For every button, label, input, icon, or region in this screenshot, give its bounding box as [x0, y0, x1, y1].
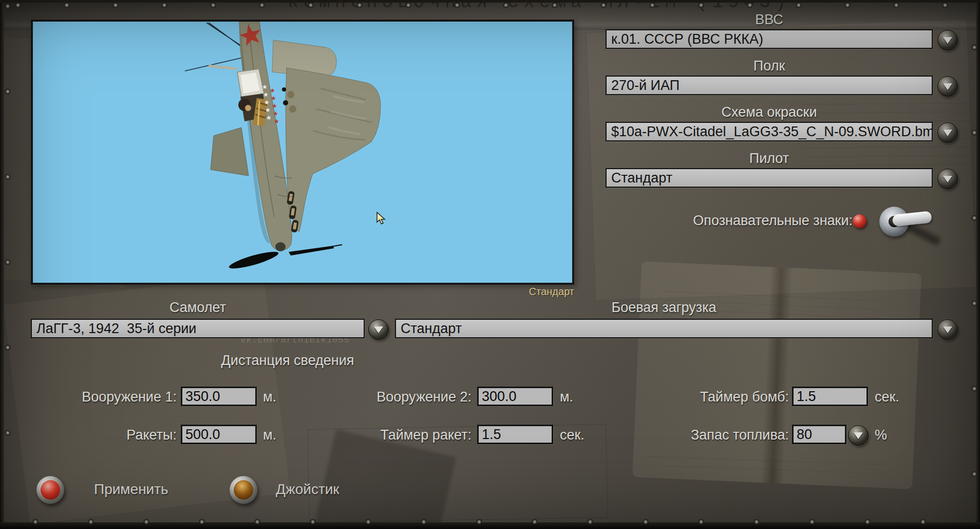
rockets-label: Ракеты:: [31, 425, 177, 445]
fuselage-fitting: [289, 105, 296, 113]
loadout-dropdown-button[interactable]: [937, 319, 958, 340]
aircraft-dropdown-button[interactable]: [368, 319, 389, 340]
rivet-row-bottom: [31, 517, 967, 526]
joystick-button-label: Джойстик: [276, 481, 340, 498]
aircraft-preview-viewport[interactable]: ★★ ★★ ★ ★★ ★★ ★: [31, 20, 574, 285]
rockets-unit: м.: [263, 425, 276, 445]
chevron-down-icon: [943, 37, 952, 44]
aircraft-dropdown[interactable]: ЛаГГ-3, 1942 35-й серии: [31, 319, 365, 338]
fuel-label: Запас топлива:: [643, 425, 789, 445]
svg-text:★: ★: [272, 102, 277, 110]
svg-text:★: ★: [263, 91, 269, 98]
bomb-timer-label: Таймер бомб:: [643, 387, 789, 407]
background-typed-text: [644, 448, 886, 480]
svg-text:★: ★: [274, 118, 279, 125]
joystick-button[interactable]: [230, 476, 257, 504]
svg-text:★: ★: [265, 106, 271, 114]
loadout-dropdown[interactable]: Стандарт: [395, 319, 933, 338]
background-open-book: [632, 261, 921, 489]
aircraft-preview-render: ★★ ★★ ★ ★★ ★★ ★: [33, 22, 572, 283]
svg-text:★: ★: [264, 99, 270, 106]
svg-text:★: ★: [270, 87, 275, 94]
pilot-dropdown-button[interactable]: [937, 169, 958, 189]
weapon1-unit: м.: [263, 387, 276, 407]
chevron-down-icon: [943, 130, 952, 136]
svg-text:★: ★: [262, 83, 268, 90]
chevron-down-icon: [854, 432, 863, 439]
svg-text:★: ★: [273, 110, 278, 117]
fuel-dropdown-button[interactable]: [848, 425, 869, 446]
rocket-timer-label: Таймер ракет:: [326, 425, 472, 445]
pilot-dropdown[interactable]: Стандарт: [606, 168, 933, 188]
airforce-label: ВВС: [606, 11, 933, 28]
preview-skin-caption: Стандарт: [442, 286, 574, 298]
paint-scheme-dropdown-button[interactable]: [937, 122, 958, 143]
exhaust-port: [282, 87, 286, 92]
apply-button-label: Применить: [94, 481, 168, 498]
rocket-timer-unit: сек.: [560, 425, 585, 445]
apply-button[interactable]: [36, 476, 64, 504]
bomb-timer-input[interactable]: [792, 387, 868, 406]
arming-screen: компоновочная схема Ил-2М (1943) vk.com/…: [0, 0, 980, 529]
paint-scheme-label: Схема окраски: [606, 104, 933, 120]
exhaust-port: [283, 100, 288, 105]
weapon2-input[interactable]: [477, 387, 553, 406]
svg-text:★: ★: [266, 114, 272, 121]
airforce-dropdown-button[interactable]: [937, 30, 958, 50]
rivet-row-top: [13, 1, 967, 10]
weapon1-input[interactable]: [181, 387, 257, 406]
regiment-label: Полк: [606, 58, 933, 74]
svg-text:★: ★: [271, 95, 276, 102]
regiment-dropdown[interactable]: 270-й ИАП: [606, 76, 933, 95]
chevron-down-icon: [943, 83, 952, 90]
fuselage-fitting: [287, 91, 294, 98]
chevron-down-icon: [374, 326, 383, 333]
regiment-dropdown-button[interactable]: [937, 76, 958, 97]
chevron-down-icon: [943, 176, 952, 183]
joystick-button-cap: [234, 480, 253, 500]
apply-button-cap: [41, 480, 60, 500]
fuel-unit: %: [875, 425, 887, 445]
bomb-timer-unit: сек.: [875, 387, 899, 407]
spinner: [275, 242, 286, 251]
fuel-input[interactable]: [792, 425, 846, 444]
rivet-column-right: [970, 41, 979, 514]
chevron-down-icon: [943, 326, 952, 333]
aircraft-label: Самолет: [31, 299, 365, 316]
rocket-timer-input[interactable]: [477, 425, 553, 444]
paint-scheme-dropdown[interactable]: $10a-PWX-Citadel_LaGG3-35_C_N-09.SWORD.b…: [606, 122, 933, 141]
rockets-input[interactable]: [181, 425, 257, 444]
markings-label: Опознавательные знаки:: [591, 213, 853, 229]
loadout-label: Боевая загрузка: [395, 299, 933, 316]
airforce-dropdown[interactable]: к.01. СССР (ВВС РККА): [606, 29, 933, 49]
markings-indicator-lamp: [853, 214, 866, 228]
weapon1-label: Вооружение 1:: [31, 387, 177, 407]
pilot-label: Пилот: [606, 150, 933, 167]
rivet-column-left: [3, 0, 12, 514]
weapon2-unit: м.: [560, 387, 573, 407]
pilot-face: [245, 105, 251, 111]
weapon2-label: Вооружение 2:: [326, 387, 472, 407]
convergence-title: Дистанция сведения: [134, 353, 442, 369]
